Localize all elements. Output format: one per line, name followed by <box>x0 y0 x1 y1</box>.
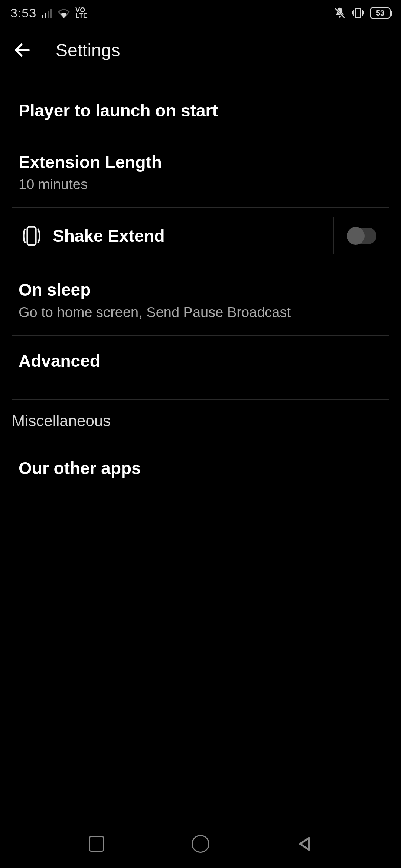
row-title: Shake Extend <box>45 226 333 246</box>
switch-container <box>333 217 389 254</box>
cellular-signal-icon <box>42 8 52 18</box>
square-icon <box>89 836 104 852</box>
row-player-launch[interactable]: Player to launch on start <box>12 85 389 137</box>
status-left: 3:53 VO LTE <box>10 6 88 20</box>
shake-phone-icon <box>19 224 45 248</box>
system-navbar <box>0 820 401 868</box>
row-shake-extend[interactable]: Shake Extend <box>12 208 389 264</box>
volte-icon: VO LTE <box>75 7 88 19</box>
svg-rect-4 <box>27 227 36 245</box>
back-button[interactable] <box>11 39 33 61</box>
toggle-knob <box>347 227 365 245</box>
battery-level: 53 <box>376 9 384 17</box>
vibrate-icon <box>351 7 365 19</box>
page-title: Settings <box>56 40 120 60</box>
row-subtitle: Go to home screen, Send Pause Broadcast <box>19 305 382 320</box>
row-title: Advanced <box>19 351 382 372</box>
status-right: 53 <box>333 7 391 19</box>
circle-icon <box>192 835 209 853</box>
svg-point-0 <box>339 16 341 18</box>
triangle-left-icon <box>296 835 313 853</box>
mute-icon <box>333 7 346 19</box>
row-title: On sleep <box>19 279 382 301</box>
shake-extend-toggle[interactable] <box>347 228 376 244</box>
wifi-icon <box>58 8 70 18</box>
row-subtitle: 10 minutes <box>19 177 382 193</box>
nav-back-button[interactable] <box>293 833 316 855</box>
row-advanced[interactable]: Advanced <box>12 336 389 387</box>
status-bar: 3:53 VO LTE <box>0 0 401 26</box>
nav-home-button[interactable] <box>189 833 212 855</box>
row-title: Extension Length <box>19 152 382 173</box>
volte-bot: LTE <box>75 13 88 19</box>
settings-list: Player to launch on start Extension Leng… <box>0 85 401 494</box>
row-other-apps[interactable]: Our other apps <box>12 443 389 494</box>
app-header: Settings <box>0 26 401 74</box>
battery-icon: 53 <box>370 7 391 19</box>
status-clock: 3:53 <box>10 6 36 20</box>
arrow-left-icon <box>13 40 32 60</box>
section-gap <box>12 388 389 400</box>
row-extension-length[interactable]: Extension Length 10 minutes <box>12 137 389 208</box>
row-title: Player to launch on start <box>19 100 382 122</box>
row-on-sleep[interactable]: On sleep Go to home screen, Send Pause B… <box>12 264 389 336</box>
svg-rect-3 <box>355 9 361 18</box>
svg-rect-5 <box>30 244 33 245</box>
nav-recent-button[interactable] <box>85 833 108 855</box>
row-title: Our other apps <box>19 458 382 479</box>
section-header-misc: Miscellaneous <box>12 400 389 443</box>
